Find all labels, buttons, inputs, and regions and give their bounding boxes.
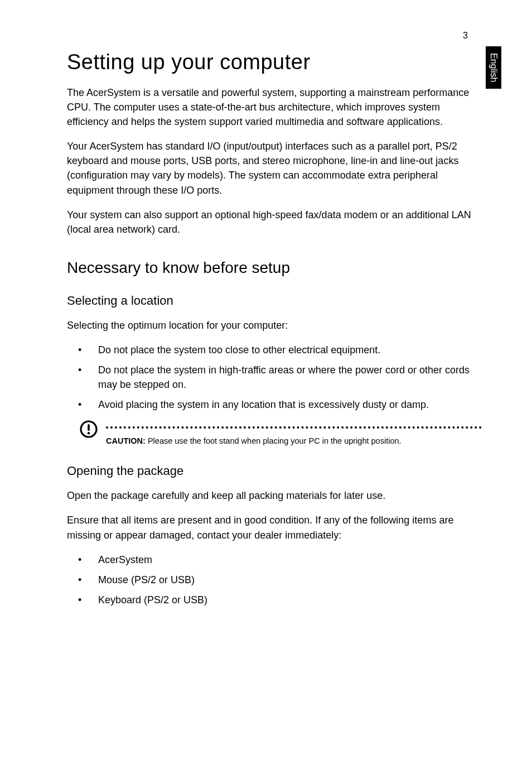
- section-heading: Necessary to know before setup: [67, 259, 482, 277]
- location-lead: Selecting the optimum location for your …: [67, 318, 482, 333]
- caution-divider: [106, 426, 482, 429]
- list-item: Avoid placing the system in any location…: [67, 397, 482, 412]
- list-item: Keyboard (PS/2 or USB): [67, 593, 482, 607]
- list-item: Do not place the system in high-traffic …: [67, 363, 482, 392]
- location-bullets: Do not place the system too close to oth…: [67, 343, 482, 412]
- svg-rect-1: [88, 424, 90, 431]
- language-tab: English: [486, 46, 501, 89]
- package-bullets: AcerSystem Mouse (PS/2 or USB) Keyboard …: [67, 552, 482, 607]
- page-title: Setting up your computer: [67, 50, 482, 74]
- svg-point-2: [88, 432, 90, 434]
- caution-right: CAUTION: Please use the foot stand when …: [106, 419, 482, 447]
- list-item: Mouse (PS/2 or USB): [67, 573, 482, 587]
- subsection-heading-location: Selecting a location: [67, 294, 482, 308]
- caution-block: CAUTION: Please use the foot stand when …: [79, 419, 482, 447]
- page: 3 English Setting up your computer The A…: [0, 0, 532, 764]
- caution-text: CAUTION: Please use the foot stand when …: [106, 435, 482, 447]
- caution-icon: [79, 420, 98, 441]
- package-paragraph: Open the package carefully and keep all …: [67, 488, 482, 503]
- page-number: 3: [463, 31, 468, 41]
- list-item: AcerSystem: [67, 552, 482, 567]
- intro-paragraph: Your system can also support an optional…: [67, 208, 482, 237]
- intro-paragraph: The AcerSystem is a versatile and powerf…: [67, 85, 482, 129]
- page-content: Setting up your computer The AcerSystem …: [67, 50, 482, 607]
- subsection-heading-package: Opening the package: [67, 464, 482, 478]
- package-paragraph: Ensure that all items are present and in…: [67, 513, 482, 542]
- intro-paragraph: Your AcerSystem has standard I/O (input/…: [67, 139, 482, 197]
- list-item: Do not place the system too close to oth…: [67, 343, 482, 357]
